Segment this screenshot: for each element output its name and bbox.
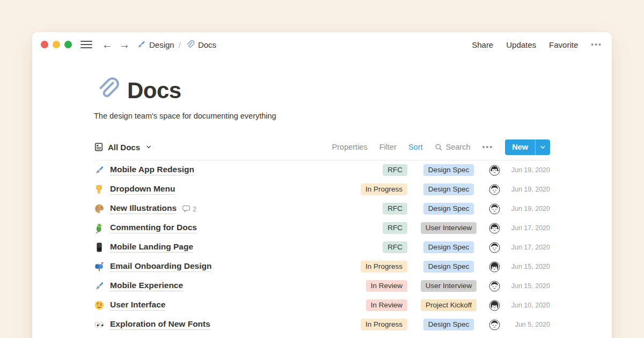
type-tag[interactable]: Design Spec: [423, 183, 474, 195]
table-row[interactable]: Email Onboarding Design In Progress Desi…: [94, 257, 550, 276]
comment-count[interactable]: [216, 320, 226, 329]
status-cell[interactable]: RFC: [345, 203, 407, 215]
status-tag[interactable]: In Review: [366, 280, 407, 292]
status-cell[interactable]: RFC: [345, 164, 407, 176]
type-cell[interactable]: Design Spec: [414, 261, 484, 273]
paperclip-icon[interactable]: [94, 75, 120, 103]
traffic-lights: [41, 41, 72, 48]
table-row[interactable]: Dropdown Menu In Progress Design Spec Ju…: [94, 180, 550, 199]
page-subtitle[interactable]: The design team's space for documenting …: [94, 112, 550, 120]
comment-bubble-icon: [216, 320, 224, 329]
type-tag[interactable]: User Interview: [421, 280, 477, 292]
status-tag[interactable]: In Progress: [361, 319, 407, 330]
type-tag[interactable]: Design Spec: [423, 319, 474, 330]
status-cell[interactable]: In Progress: [345, 319, 407, 330]
status-tag[interactable]: RFC: [383, 203, 407, 215]
comment-count[interactable]: [200, 166, 210, 174]
toolbar-link-filter[interactable]: Filter: [379, 143, 397, 151]
favorite-button[interactable]: Favorite: [549, 40, 578, 49]
type-cell[interactable]: Design Spec: [414, 183, 484, 195]
breadcrumb-item-docs[interactable]: Docs: [185, 40, 216, 49]
doc-title[interactable]: Commenting for Docs: [110, 223, 197, 233]
type-tag[interactable]: Design Spec: [423, 261, 474, 273]
type-cell[interactable]: Design Spec: [414, 164, 484, 176]
status-tag[interactable]: In Review: [366, 299, 407, 311]
type-cell[interactable]: User Interview: [414, 280, 484, 292]
comment-bubble-icon: [180, 185, 189, 194]
status-tag[interactable]: RFC: [383, 164, 407, 176]
docs-table: Mobile App Redesign RFC Design Spec Jun …: [94, 160, 550, 334]
status-tag[interactable]: In Progress: [361, 183, 407, 195]
row-date: Jun 19, 2020: [505, 205, 550, 212]
status-cell[interactable]: In Review: [345, 280, 407, 292]
comment-count[interactable]: [180, 185, 191, 194]
comment-bubble-icon: [188, 282, 197, 290]
table-row[interactable]: New Illustrations 2 RFC Design Spec Jun …: [94, 199, 550, 218]
type-cell[interactable]: User Interview: [414, 222, 484, 234]
doc-title[interactable]: New Illustrations: [110, 203, 177, 214]
status-cell[interactable]: In Progress: [345, 261, 407, 273]
view-name: All Docs: [108, 143, 140, 152]
comment-count[interactable]: [188, 282, 199, 290]
type-cell[interactable]: Design Spec: [414, 203, 484, 215]
status-tag[interactable]: In Progress: [361, 261, 407, 273]
avatar-woman-headphones: [484, 223, 505, 234]
row-date: Jun 19, 2020: [505, 186, 550, 193]
type-tag[interactable]: Design Spec: [423, 241, 474, 253]
row-date: Jun 15, 2020: [505, 263, 550, 270]
status-cell[interactable]: RFC: [345, 241, 407, 253]
new-button-dropdown[interactable]: [536, 139, 550, 155]
close-window-button[interactable]: [41, 41, 48, 48]
table-row[interactable]: Mobile Landing Page RFC Design Spec Jun …: [94, 238, 550, 257]
zoom-window-button[interactable]: [64, 41, 72, 48]
toolbar-link-properties[interactable]: Properties: [332, 143, 368, 151]
doc-title[interactable]: Dropdown Menu: [110, 184, 175, 195]
comment-count[interactable]: [202, 224, 213, 232]
share-button[interactable]: Share: [472, 40, 493, 49]
back-arrow-icon[interactable]: ←: [102, 39, 113, 50]
table-row[interactable]: User Interface In Review Project Kickoff…: [94, 296, 550, 315]
minimize-window-button[interactable]: [53, 41, 60, 48]
doc-title[interactable]: Mobile App Redesign: [110, 165, 194, 175]
breadcrumb-item-design[interactable]: Design: [136, 40, 174, 49]
doc-title[interactable]: Exploration of New Fonts: [110, 319, 210, 330]
status-tag[interactable]: RFC: [383, 222, 407, 234]
row-date: Jun 10, 2020: [505, 302, 550, 309]
view-switcher[interactable]: All Docs: [94, 142, 152, 152]
type-tag[interactable]: User Interview: [421, 222, 477, 234]
type-tag[interactable]: Design Spec: [423, 203, 474, 215]
status-tag[interactable]: RFC: [383, 241, 407, 253]
doc-title[interactable]: User Interface: [110, 300, 165, 311]
status-cell[interactable]: In Progress: [345, 183, 407, 195]
type-cell[interactable]: Design Spec: [414, 319, 484, 330]
comment-count[interactable]: 2: [182, 204, 196, 213]
updates-button[interactable]: Updates: [506, 40, 536, 49]
comment-count[interactable]: [171, 301, 181, 310]
type-tag[interactable]: Project Kickoff: [421, 299, 477, 311]
doc-title[interactable]: Mobile Experience: [110, 281, 183, 291]
type-cell[interactable]: Project Kickoff: [414, 299, 484, 311]
table-row[interactable]: Commenting for Docs RFC User Interview J…: [94, 218, 550, 238]
type-tag[interactable]: Design Spec: [423, 164, 474, 176]
type-cell[interactable]: Design Spec: [414, 241, 484, 253]
new-button[interactable]: New: [505, 139, 550, 155]
status-cell[interactable]: RFC: [345, 222, 407, 234]
avatar-woman-headphones: [484, 165, 505, 176]
menu-icon[interactable]: [80, 41, 92, 48]
table-row[interactable]: Mobile App Redesign RFC Design Spec Jun …: [94, 160, 550, 180]
doc-title[interactable]: Mobile Landing Page: [110, 242, 193, 253]
forward-arrow-icon[interactable]: →: [119, 39, 130, 50]
table-row[interactable]: Exploration of New Fonts In Progress Des…: [94, 315, 550, 334]
more-options-icon[interactable]: •••: [591, 40, 602, 49]
search-label: Search: [446, 143, 471, 151]
search-button[interactable]: Search: [435, 143, 471, 151]
toolbar-more-icon[interactable]: •••: [482, 143, 493, 151]
comment-count[interactable]: [199, 243, 209, 252]
new-button-label: New: [505, 139, 535, 155]
status-cell[interactable]: In Review: [345, 299, 407, 311]
comment-count[interactable]: [217, 262, 228, 271]
toolbar-link-sort[interactable]: Sort: [408, 143, 423, 151]
table-row[interactable]: Mobile Experience In Review User Intervi…: [94, 276, 550, 296]
doc-title[interactable]: Email Onboarding Design: [110, 261, 211, 272]
page-title[interactable]: Docs: [127, 78, 181, 103]
